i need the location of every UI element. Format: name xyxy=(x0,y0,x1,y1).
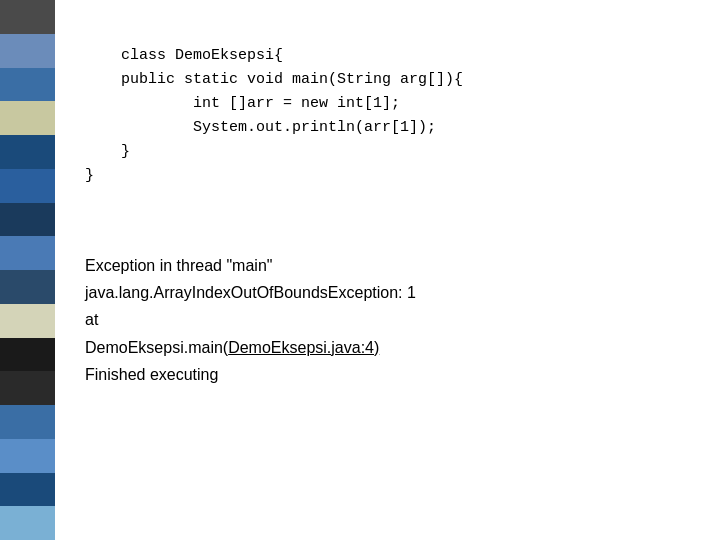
sidebar-strip xyxy=(0,0,55,34)
sidebar-strip xyxy=(0,405,55,439)
output-line-4: DemoEksepsi.main(DemoEksepsi.java:4) xyxy=(85,334,690,361)
sidebar-strip xyxy=(0,34,55,68)
sidebar-strip xyxy=(0,101,55,135)
sidebar-strip xyxy=(0,371,55,405)
sidebar-strip xyxy=(0,439,55,473)
output-line-4-link[interactable]: DemoEksepsi.java:4) xyxy=(228,339,379,356)
sidebar-strip xyxy=(0,203,55,237)
output-line-3: at xyxy=(85,306,690,333)
main-content: class DemoEksepsi{ public static void ma… xyxy=(55,0,720,540)
output-line-5: Finished executing xyxy=(85,361,690,388)
sidebar-strip xyxy=(0,68,55,102)
output-line-4-text: DemoEksepsi.main( xyxy=(85,339,228,356)
sidebar-strip xyxy=(0,338,55,372)
code-line-5: } xyxy=(85,143,130,160)
sidebar-strip xyxy=(0,473,55,507)
code-line-4: System.out.println(arr[1]); xyxy=(85,119,436,136)
sidebar-strip xyxy=(0,304,55,338)
sidebar-strip xyxy=(0,506,55,540)
output-line-1: Exception in thread "main" xyxy=(85,252,690,279)
output-line-2: java.lang.ArrayIndexOutOfBoundsException… xyxy=(85,279,690,306)
output-block: Exception in thread "main" java.lang.Arr… xyxy=(85,252,690,388)
code-block: class DemoEksepsi{ public static void ma… xyxy=(85,20,690,212)
sidebar xyxy=(0,0,55,540)
code-line-3: int []arr = new int[1]; xyxy=(85,95,400,112)
sidebar-strip xyxy=(0,270,55,304)
sidebar-strip xyxy=(0,169,55,203)
code-line-2: public static void main(String arg[]){ xyxy=(85,71,463,88)
code-line-6: } xyxy=(85,167,94,184)
sidebar-strip xyxy=(0,236,55,270)
sidebar-strip xyxy=(0,135,55,169)
code-line-1: class DemoEksepsi{ xyxy=(121,47,283,64)
